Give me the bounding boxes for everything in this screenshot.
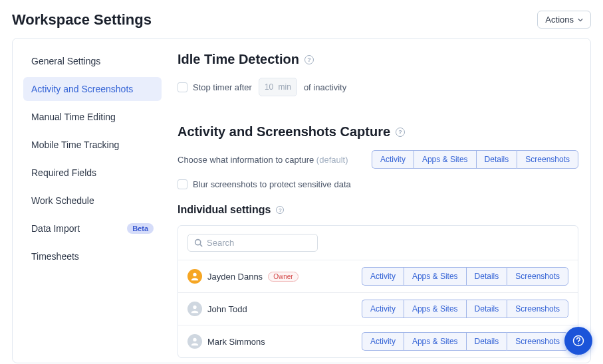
capture-option-screenshots[interactable]: Screenshots (517, 150, 578, 169)
capture-default-group: Activity Apps & Sites Details Screenshot… (372, 150, 578, 169)
sidebar-label: General Settings (31, 56, 100, 66)
user-option-apps[interactable]: Apps & Sites (404, 267, 466, 286)
user-option-screenshots[interactable]: Screenshots (507, 267, 568, 286)
user-option-activity[interactable]: Activity (362, 267, 404, 286)
user-option-activity[interactable]: Activity (362, 332, 404, 351)
page-title: Workspace Settings (12, 11, 152, 29)
user-option-apps[interactable]: Apps & Sites (404, 300, 466, 318)
help-icon[interactable]: ? (304, 55, 314, 64)
sidebar-item-activity-screenshots[interactable]: Activity and Screenshots (23, 77, 162, 101)
idle-minutes-input[interactable]: 10 min (259, 78, 297, 96)
idle-value: 10 (265, 82, 273, 92)
blur-screenshots-checkbox[interactable] (178, 179, 187, 189)
svg-line-1 (200, 244, 202, 246)
avatar (187, 269, 202, 284)
search-icon (194, 238, 203, 247)
individual-settings-box: Search Jayden Danns Owner Activity Apps … (178, 225, 578, 358)
svg-point-0 (195, 240, 201, 245)
sidebar-item-data-import[interactable]: Data Import Beta (23, 217, 162, 240)
sidebar-item-timesheets[interactable]: Timesheets (23, 244, 162, 268)
sidebar-item-mobile-tracking[interactable]: Mobile Time Tracking (23, 133, 162, 157)
blur-label: Blur screenshots to protect sensitive da… (193, 179, 351, 189)
capture-option-details[interactable]: Details (476, 150, 517, 169)
search-placeholder: Search (207, 238, 234, 248)
user-name: John Todd (207, 304, 247, 314)
user-option-apps[interactable]: Apps & Sites (404, 332, 466, 351)
sidebar-label: Activity and Screenshots (31, 84, 133, 94)
stop-timer-pre: Stop timer after (193, 82, 252, 92)
user-option-details[interactable]: Details (466, 332, 507, 351)
user-option-screenshots[interactable]: Screenshots (507, 332, 568, 351)
user-search-input[interactable]: Search (187, 234, 318, 252)
help-icon[interactable]: ? (396, 128, 405, 137)
user-row: Mark Simmons Activity Apps & Sites Detai… (178, 325, 578, 357)
help-fab[interactable] (564, 327, 592, 355)
sidebar-label: Manual Time Editing (31, 112, 116, 122)
settings-sidebar: General Settings Activity and Screenshot… (19, 45, 164, 363)
user-capture-group: Activity Apps & Sites Details Screenshot… (362, 300, 568, 318)
user-option-screenshots[interactable]: Screenshots (507, 300, 568, 318)
person-icon (190, 337, 199, 346)
settings-content: Idle Time Detection ? Stop timer after 1… (164, 45, 584, 363)
capture-option-apps[interactable]: Apps & Sites (414, 150, 476, 169)
actions-label: Actions (545, 15, 574, 25)
capture-choose-text: Choose what information to capture (178, 155, 314, 165)
idle-unit: min (279, 82, 291, 92)
question-icon (572, 335, 584, 347)
capture-heading: Activity and Screenshots Capture (178, 124, 390, 139)
user-option-details[interactable]: Details (466, 267, 507, 286)
user-option-activity[interactable]: Activity (362, 300, 404, 318)
person-icon (190, 272, 199, 281)
person-icon (190, 304, 199, 314)
svg-point-3 (193, 306, 196, 309)
beta-badge: Beta (127, 223, 154, 234)
svg-point-2 (193, 273, 196, 276)
owner-badge: Owner (268, 272, 298, 282)
user-row: John Todd Activity Apps & Sites Details … (178, 293, 578, 325)
stop-timer-checkbox[interactable] (178, 82, 187, 92)
idle-heading: Idle Time Detection (178, 52, 299, 67)
svg-point-6 (578, 343, 579, 345)
help-icon[interactable]: ? (276, 206, 284, 214)
sidebar-label: Work Schedule (31, 195, 94, 206)
chevron-down-icon (578, 17, 583, 23)
avatar (187, 302, 202, 316)
actions-dropdown[interactable]: Actions (537, 11, 591, 29)
capture-default-text: (default) (316, 155, 348, 165)
user-capture-group: Activity Apps & Sites Details Screenshot… (362, 267, 568, 286)
sidebar-item-manual-time[interactable]: Manual Time Editing (23, 105, 162, 129)
stop-timer-post: of inactivity (304, 82, 346, 92)
sidebar-label: Required Fields (31, 167, 96, 178)
capture-choose-label: Choose what information to capture (defa… (178, 155, 348, 165)
avatar (187, 334, 202, 349)
user-name: Jayden Danns (207, 272, 263, 282)
sidebar-label: Mobile Time Tracking (31, 139, 119, 150)
sidebar-label: Timesheets (31, 251, 79, 262)
sidebar-item-required-fields[interactable]: Required Fields (23, 161, 162, 185)
capture-option-activity[interactable]: Activity (372, 150, 414, 169)
svg-point-4 (193, 338, 196, 341)
sidebar-item-work-schedule[interactable]: Work Schedule (23, 189, 162, 213)
individual-heading: Individual settings (178, 204, 271, 216)
user-option-details[interactable]: Details (466, 300, 507, 318)
sidebar-item-general[interactable]: General Settings (23, 49, 162, 73)
user-capture-group: Activity Apps & Sites Details Screenshot… (362, 332, 568, 351)
sidebar-label: Data Import (31, 223, 80, 234)
user-name: Mark Simmons (207, 337, 265, 347)
user-row: Jayden Danns Owner Activity Apps & Sites… (178, 260, 578, 293)
